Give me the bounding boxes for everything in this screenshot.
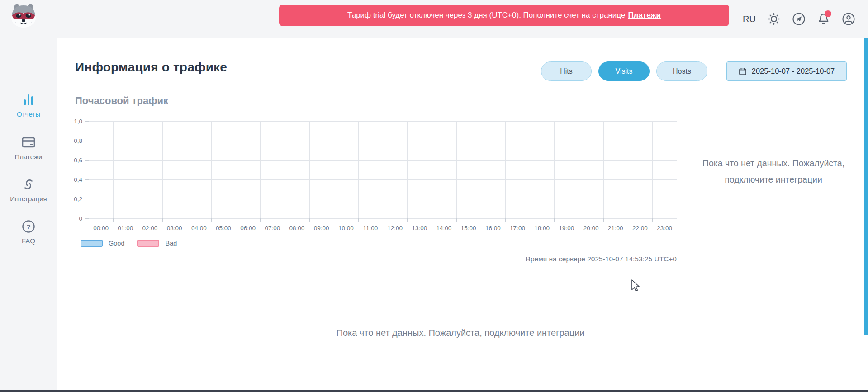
trial-banner: Тариф trial будет отключен через 3 дня (…: [279, 5, 729, 26]
page-title: Информация о трафике: [75, 60, 227, 75]
x-tick-label: 22:00: [628, 225, 652, 233]
x-tick-label: 11:00: [358, 225, 383, 233]
y-tick-mark: [85, 141, 89, 141]
x-tick-mark: [628, 218, 628, 222]
sidebar-nav: Отчеты Платежи Интеграция ? FAQ: [0, 38, 57, 392]
x-tick-mark: [383, 218, 383, 222]
sidebar-item-label: FAQ: [22, 237, 35, 245]
grid-vline: [603, 121, 604, 218]
grid-vline: [89, 121, 89, 218]
x-tick-mark: [358, 218, 359, 222]
raccoon-logo[interactable]: [7, 2, 40, 28]
y-tick-label: 0: [79, 215, 82, 222]
calendar-icon: [739, 67, 747, 76]
y-tick-mark: [85, 121, 89, 122]
sidebar-item-payments[interactable]: Платежи: [0, 128, 57, 166]
telegram-icon[interactable]: [792, 12, 806, 26]
y-tick-label: 0,2: [74, 196, 82, 203]
sidebar-item-label: Платежи: [15, 153, 43, 161]
x-tick-label: 18:00: [530, 225, 554, 233]
header-actions: RU: [743, 0, 855, 38]
grid-vline: [579, 121, 579, 218]
top-header: Тариф trial будет отключен через 3 дня (…: [0, 0, 868, 38]
grid-vline: [309, 121, 310, 218]
bottom-window-edge: [0, 390, 868, 392]
user-profile-icon[interactable]: [842, 12, 855, 26]
y-tick-mark: [85, 160, 89, 161]
payments-link[interactable]: Платежи: [628, 11, 661, 20]
y-tick-mark: [85, 218, 89, 219]
y-tick-label: 0,4: [74, 176, 82, 183]
x-tick-mark: [456, 218, 457, 222]
notifications-button[interactable]: [817, 12, 830, 26]
x-tick-label: 00:00: [89, 225, 113, 233]
grid-vline: [481, 121, 481, 218]
x-tick-mark: [260, 218, 261, 222]
grid-vline: [505, 121, 506, 218]
grid-vline: [138, 121, 138, 218]
credit-card-icon: [21, 135, 36, 150]
no-data-message: Пока что нет данных. Пожалуйста, подключ…: [57, 328, 864, 338]
x-tick-mark: [334, 218, 334, 222]
language-selector[interactable]: RU: [743, 14, 756, 24]
x-tick-label: 16:00: [481, 225, 505, 233]
vertical-scrollbar-thumb[interactable]: [864, 38, 868, 335]
x-tick-label: 14:00: [432, 225, 456, 233]
y-tick-label: 1,0: [74, 118, 82, 125]
grid-vline: [334, 121, 334, 218]
x-tick-mark: [285, 218, 285, 222]
x-tick-mark: [432, 218, 432, 222]
chart-empty-message: Пока что нет данных. Пожалуйста, подключ…: [696, 155, 851, 188]
legend-item[interactable]: Good: [81, 240, 124, 247]
server-time: Время на сервере 2025-10-07 14:53:25 UTC…: [451, 255, 677, 263]
date-range-picker[interactable]: 2025-10-07 - 2025-10-07: [726, 61, 847, 81]
sidebar-item-integration[interactable]: Интеграция: [0, 170, 57, 208]
grid-vline: [113, 121, 114, 218]
bar-chart-icon: [21, 92, 36, 108]
sidebar-item-label: Отчеты: [17, 110, 40, 118]
x-tick-label: 17:00: [505, 225, 530, 233]
x-tick-label: 06:00: [236, 225, 260, 233]
x-tick-mark: [579, 218, 579, 222]
x-tick-mark: [236, 218, 236, 222]
x-tick-label: 04:00: [187, 225, 211, 233]
theme-sun-icon[interactable]: [767, 12, 781, 26]
legend-swatch: [137, 240, 159, 247]
x-tick-mark: [138, 218, 138, 222]
grid-vline: [236, 121, 236, 218]
grid-vline: [162, 121, 163, 218]
legend-label: Good: [109, 240, 124, 247]
app-window: Тариф trial будет отключен через 3 дня (…: [0, 0, 868, 392]
x-tick-mark: [505, 218, 506, 222]
grid-hline: [89, 179, 677, 180]
x-tick-mark: [481, 218, 481, 222]
question-icon: ?: [21, 219, 36, 234]
x-axis: 00:0001:0002:0003:0004:0005:0006:0007:00…: [89, 225, 677, 233]
sidebar-item-faq[interactable]: ? FAQ: [0, 213, 57, 250]
grid-hline: [89, 121, 677, 122]
x-tick-mark: [554, 218, 555, 222]
grid-vline: [383, 121, 383, 218]
x-tick-mark: [113, 218, 114, 222]
tab-hosts[interactable]: Hosts: [656, 61, 707, 81]
x-tick-label: 09:00: [309, 225, 334, 233]
x-tick-label: 03:00: [162, 225, 187, 233]
x-tick-mark: [309, 218, 310, 222]
sidebar-item-reports[interactable]: Отчеты: [0, 86, 57, 124]
y-tick-mark: [85, 179, 89, 180]
legend-item[interactable]: Bad: [137, 240, 177, 247]
tab-visits[interactable]: Visits: [598, 61, 650, 81]
x-tick-label: 10:00: [334, 225, 358, 233]
x-tick-mark: [603, 218, 604, 222]
x-tick-label: 08:00: [285, 225, 309, 233]
x-tick-mark: [407, 218, 408, 222]
svg-text:?: ?: [26, 222, 30, 230]
x-tick-label: 21:00: [603, 225, 628, 233]
date-range-value: 2025-10-07 - 2025-10-07: [752, 67, 835, 76]
grid-vline: [677, 121, 677, 218]
grid-vline: [554, 121, 555, 218]
tab-hits[interactable]: Hits: [541, 61, 592, 81]
grid-vline: [456, 121, 457, 218]
y-tick-label: 0,8: [74, 137, 82, 144]
x-tick-mark: [530, 218, 530, 222]
